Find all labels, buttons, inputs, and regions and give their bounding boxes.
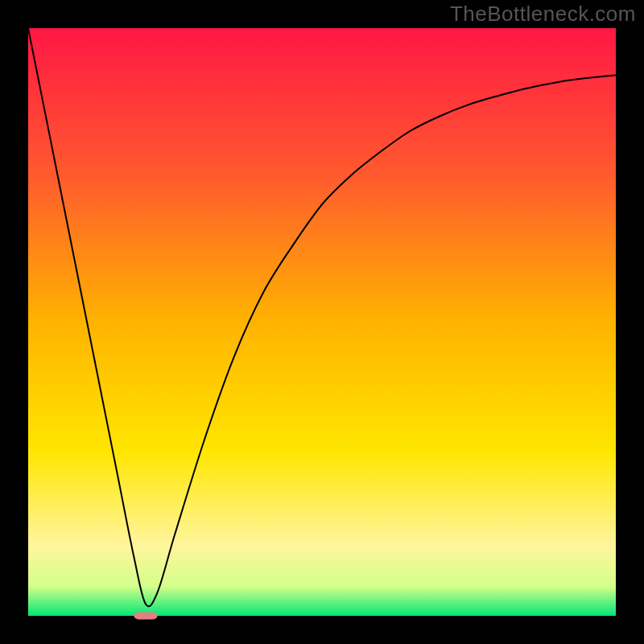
- chart-stage: TheBottleneck.com: [0, 0, 644, 644]
- chart-plot-area: [28, 28, 616, 616]
- bottleneck-curve-chart: [0, 0, 644, 644]
- minimum-marker: [134, 613, 157, 620]
- watermark-text: TheBottleneck.com: [450, 2, 636, 27]
